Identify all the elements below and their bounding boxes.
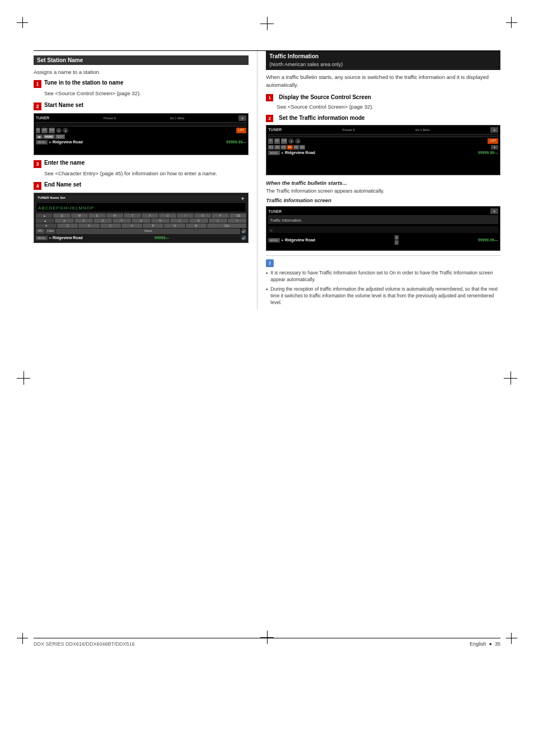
- tuner-screen-1: TUNER Preset 6 6d 1 MHz ⊞ TI AF FM ● ●: [34, 113, 249, 155]
- key-shift2[interactable]: ▲: [36, 218, 54, 223]
- btn-c1-tr[interactable]: ●: [288, 138, 294, 144]
- key-i[interactable]: I: [177, 213, 194, 218]
- key-r[interactable]: R: [106, 213, 123, 218]
- key-o[interactable]: O: [194, 213, 211, 218]
- tuner-preset-info: Preset 6: [104, 116, 116, 120]
- key-enter[interactable]: ↵: [228, 218, 246, 223]
- key-clear[interactable]: Clear: [45, 228, 55, 234]
- btn-name[interactable]: NAME: [43, 134, 55, 139]
- key-c[interactable]: C: [100, 223, 121, 228]
- step-3-label: 3 Enter the name: [34, 160, 249, 168]
- key-abc[interactable]: ABC: [36, 228, 45, 234]
- key-space[interactable]: Space: [56, 228, 240, 234]
- note-2: • During the reception of traffic inform…: [266, 286, 500, 306]
- preset-row-tr: P1 P2 P3 P4 P5 P6 ▼: [268, 145, 498, 150]
- key-k[interactable]: K: [189, 218, 208, 223]
- key-x[interactable]: X: [78, 223, 99, 228]
- btn-menu-ti[interactable]: MENU: [268, 238, 280, 242]
- key-s[interactable]: S: [74, 218, 93, 223]
- key-m[interactable]: M: [186, 223, 207, 228]
- key-speaker[interactable]: 🔊: [241, 228, 246, 234]
- left-intro: Assigns a name to a station.: [34, 68, 249, 76]
- btn-prev[interactable]: ◀▶: [36, 134, 43, 139]
- key-down[interactable]: ▼: [36, 223, 57, 228]
- btn-nav-icon[interactable]: ➤: [49, 140, 51, 144]
- key-g[interactable]: G: [132, 218, 150, 223]
- traffic-content-area: TI: [268, 226, 498, 233]
- btn-ti[interactable]: TI: [36, 128, 40, 133]
- btn-p1-tr[interactable]: P1: [268, 145, 274, 150]
- key-del[interactable]: Del: [207, 223, 246, 228]
- btn-more-tr[interactable]: ▼: [491, 145, 498, 150]
- key-d[interactable]: D: [93, 218, 112, 223]
- btn-af[interactable]: AF: [41, 128, 47, 133]
- key-row-1: ▲ Q W E R T Y U I O P ⌫: [36, 213, 246, 218]
- key-y[interactable]: Y: [142, 213, 158, 218]
- btn-p6-tr[interactable]: P6: [299, 145, 305, 150]
- key-l[interactable]: L: [209, 218, 227, 223]
- key-z[interactable]: Z: [57, 223, 78, 228]
- btn-p4-tr[interactable]: P4: [287, 145, 293, 150]
- step-1-title: Tune in to the station to name: [44, 80, 123, 86]
- key-e[interactable]: E: [88, 213, 105, 218]
- freq-display-tr: 99999.99—: [478, 151, 498, 155]
- right-step-2-title: Set the Traffic information mode: [279, 115, 364, 121]
- traffic-info-display: Traffic Information: [268, 215, 498, 224]
- btn-p2-tr[interactable]: P2: [274, 145, 280, 150]
- btn-vol-dn[interactable]: −: [395, 240, 399, 245]
- btn-menu-1[interactable]: MENU: [36, 140, 48, 144]
- tuner-label-1: TUNER: [36, 116, 49, 120]
- key-shift[interactable]: ▲: [36, 213, 53, 218]
- right-step-1-note: See <Source Control Screen> (page 32).: [277, 103, 500, 110]
- btn-list-tr[interactable]: LIST: [488, 138, 498, 144]
- right-step-1: 1 Display the Source Control Screen See …: [266, 94, 500, 110]
- btn-p3-tr[interactable]: P3: [281, 145, 287, 150]
- btn-circle-2[interactable]: ●: [63, 128, 68, 133]
- btn-menu-tr[interactable]: MENU: [268, 151, 280, 155]
- ns-icon[interactable]: 🔊: [241, 235, 246, 241]
- btn-list[interactable]: LIST: [236, 128, 247, 133]
- step-1-note: See <Source Control Screen> (page 32).: [44, 90, 249, 97]
- btn-vol-up[interactable]: +: [395, 235, 399, 240]
- freq-display-1: 99999.99—: [226, 140, 246, 144]
- key-h[interactable]: H: [151, 218, 170, 223]
- key-q[interactable]: Q: [53, 213, 70, 218]
- key-p[interactable]: P: [212, 213, 228, 218]
- key-back[interactable]: ⌫: [229, 213, 246, 218]
- btn-af-tr[interactable]: AF: [274, 138, 280, 144]
- name-set-screen: TUNER Name Set ▶ ABCDEFGHIJKLMNOP ▲ Q W …: [34, 193, 249, 243]
- btn-nav-ns[interactable]: ➤: [49, 236, 51, 240]
- btn-nav-ti[interactable]: ➤: [281, 238, 284, 242]
- right-step-1-label: 1 Display the Source Control Screen: [266, 94, 500, 101]
- btn-test[interactable]: TEST: [55, 134, 65, 139]
- step-4-label: 4 End Name set: [34, 181, 249, 190]
- key-j[interactable]: J: [170, 218, 189, 223]
- traffic-header-line2: (North American sales area only): [269, 62, 343, 67]
- btn-fm-tr[interactable]: FM: [281, 138, 287, 144]
- tuner-signal-bar-tr: [268, 134, 498, 137]
- step-2-title: Start Name set: [44, 102, 83, 108]
- key-b[interactable]: B: [143, 223, 163, 228]
- right-step-2-number: 2: [266, 115, 273, 122]
- tuner-label-tr: TUNER: [268, 128, 282, 132]
- key-t[interactable]: T: [124, 213, 140, 218]
- key-w[interactable]: W: [71, 213, 88, 218]
- btn-ti-tr[interactable]: TI: [268, 138, 273, 144]
- right-step-1-number: 1: [266, 94, 273, 101]
- traffic-intro: When a traffic bulletin starts, any sour…: [266, 73, 500, 90]
- btn-p5-tr[interactable]: P5: [293, 145, 299, 150]
- key-n[interactable]: N: [164, 223, 185, 228]
- btn-nav-tr[interactable]: ➤: [281, 151, 284, 155]
- station-ti: Ridgeview Road: [285, 238, 315, 242]
- columns-container: Set Station Name Assigns a name to a sta…: [34, 50, 500, 309]
- key-u[interactable]: U: [159, 213, 176, 218]
- btn-menu-ns[interactable]: MENU: [36, 236, 48, 240]
- key-a[interactable]: A: [55, 218, 73, 223]
- name-set-header: TUNER Name Set ▶: [36, 195, 246, 201]
- key-f[interactable]: F: [113, 218, 131, 223]
- tuner-bottom-left-tr: MENU ➤ Ridgeview Road: [268, 151, 315, 155]
- key-v[interactable]: V: [121, 223, 142, 228]
- btn-circle-1[interactable]: ●: [56, 128, 62, 133]
- btn-c2-tr[interactable]: ●: [295, 138, 301, 144]
- btn-fm[interactable]: FM: [49, 128, 55, 133]
